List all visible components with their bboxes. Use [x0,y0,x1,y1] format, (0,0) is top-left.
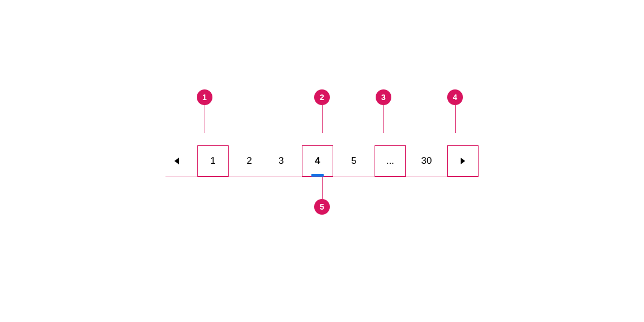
page-ellipsis: ... [375,145,406,177]
page-2-label: 2 [247,155,252,167]
page-last-label: 30 [422,155,432,167]
diagram-stage: 1 2 3 4 1 2 3 4 [165,139,479,183]
page-3-label: 3 [278,155,283,167]
page-next-button[interactable] [447,145,479,177]
page-first-button[interactable]: 1 [197,145,229,177]
callout-4: 4 [447,89,463,105]
page-2-button[interactable]: 2 [238,145,261,177]
callout-5: 5 [314,199,330,215]
chevron-right-icon [461,158,465,164]
page-current-button[interactable]: 4 [302,145,333,177]
callout-2: 2 [314,89,330,105]
page-current-label: 4 [315,155,320,167]
callout-3-label: 3 [381,93,386,102]
page-ellipsis-label: ... [386,155,394,167]
page-5-label: 5 [351,155,356,167]
callout-5-label: 5 [320,202,324,211]
page-last-button[interactable]: 30 [415,145,438,177]
page-5-button[interactable]: 5 [343,145,365,177]
callout-4-label: 4 [453,93,457,102]
chevron-left-icon [174,158,179,164]
page-first-label: 1 [210,155,215,167]
callout-1: 1 [197,89,212,105]
callout-2-label: 2 [320,93,324,102]
callout-3: 3 [376,89,391,105]
page-3-button[interactable]: 3 [270,145,292,177]
page-prev-button[interactable] [165,145,188,177]
callout-1-label: 1 [202,93,207,102]
